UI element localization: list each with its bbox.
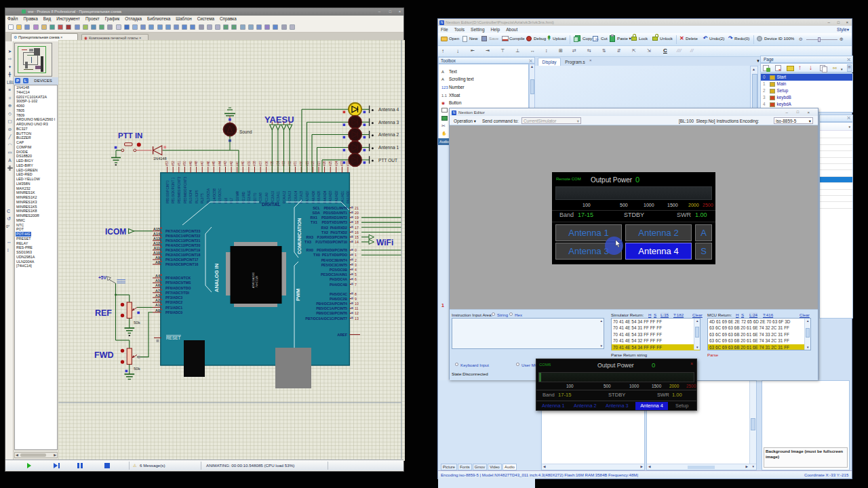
svg-text:WiFi: WiFi: [376, 238, 393, 247]
svg-text:PE0/RXD0/PCINT8: PE0/RXD0/PCINT8: [317, 248, 347, 252]
svg-text:15: 15: [355, 235, 359, 239]
svg-text:21: 21: [355, 205, 359, 209]
svg-text:PD3/TXD1/INT3: PD3/TXD1/INT3: [322, 220, 348, 224]
svg-text:Antenna 4: Antenna 4: [378, 106, 399, 111]
svg-text:#36: #36: [265, 160, 269, 165]
svg-text:5: 5: [355, 272, 357, 277]
svg-text:PG2/ALE: PG2/ALE: [248, 190, 251, 203]
svg-text:4: 4: [355, 268, 357, 272]
svg-text:REF: REF: [95, 308, 112, 318]
svg-text:A4: A4: [155, 273, 160, 277]
svg-text:PK4/ADC12/PCINT20: PK4/ADC12/PCINT20: [165, 243, 200, 247]
svg-text:PB2/MOSI/PCINT2: PB2/MOSI/PCINT2: [178, 176, 181, 203]
svg-text:6: 6: [355, 277, 357, 281]
svg-text:PH4/OC4B: PH4/OC4B: [330, 282, 347, 286]
svg-text:#47: #47: [201, 160, 204, 165]
svg-text:A15: A15: [153, 226, 160, 230]
svg-text:A14: A14: [153, 231, 160, 235]
svg-text:PL7: PL7: [230, 197, 233, 203]
svg-text:PF7/ADC7/TDI: PF7/ADC7/TDI: [165, 290, 189, 294]
svg-text:RX2: RX2: [321, 225, 329, 229]
svg-text:PC6/A14: PC6/A14: [294, 190, 298, 203]
svg-text:SDA: SDA: [313, 210, 320, 214]
svg-text:A1: A1: [155, 303, 160, 307]
svg-text:PF0/ADC0: PF0/ADC0: [165, 310, 182, 314]
svg-text:Antenna 1: Antenna 1: [378, 145, 399, 150]
svg-text:#37: #37: [259, 160, 262, 165]
svg-text:PJ0/RXD3/PCINT9: PJ0/RXD3/PCINT9: [317, 235, 348, 239]
svg-text:PB6/OC1B/PCINT6: PB6/OC1B/PCINT6: [316, 311, 347, 315]
svg-text:PL5/OC5C: PL5/OC5C: [218, 188, 222, 203]
svg-text:PF5/ADC5/TMS: PF5/ADC5/TMS: [165, 281, 191, 285]
svg-text:PH3/OC4A: PH3/OC4A: [330, 277, 347, 281]
svg-text:PH6/OC2B: PH6/OC2B: [330, 296, 347, 300]
svg-text:#26: #26: [323, 160, 326, 165]
svg-text:74HC11Z6: 74HC11Z6: [256, 275, 258, 287]
svg-text:PH5/OC4C: PH5/OC4C: [330, 291, 347, 296]
svg-text:PE3/OC3A/AIN1: PE3/OC3A/AIN1: [321, 272, 347, 277]
svg-text:PK3/ADC11/PCINT19: PK3/ADC11/PCINT19: [165, 248, 200, 252]
svg-text:PF2/ADC2: PF2/ADC2: [165, 300, 182, 304]
svg-text:PE4/OC3B/INT4: PE4/OC3B/INT4: [321, 258, 347, 262]
svg-text:#40: #40: [241, 160, 245, 165]
svg-text:FWD: FWD: [94, 350, 113, 360]
svg-text:PF3/ADC3: PF3/ADC3: [165, 296, 182, 300]
svg-text:AREF: AREF: [337, 333, 347, 337]
svg-text:PB5/OC1A/PCINT5: PB5/OC1A/PCINT5: [316, 306, 347, 310]
svg-text:A0: A0: [155, 308, 160, 312]
svg-text:PD2/RXD1/INT2: PD2/RXD1/INT2: [321, 216, 347, 220]
svg-text:PWM: PWM: [295, 288, 301, 300]
svg-text:20: 20: [355, 210, 359, 214]
svg-text:PB4/OC2A/PCINT4: PB4/OC2A/PCINT4: [316, 302, 347, 306]
svg-text:1: 1: [355, 253, 357, 257]
svg-text:#39: #39: [248, 160, 251, 165]
svg-text:COMUNICATION: COMUNICATION: [297, 218, 302, 253]
svg-text:#49: #49: [189, 160, 193, 165]
svg-text:PA0/AD0: PA0/AD0: [347, 190, 350, 203]
svg-text:PB3/MISO/PCINT3: PB3/MISO/PCINT3: [184, 176, 187, 203]
svg-text:A7: A7: [155, 288, 160, 292]
svg-text:PJ1/TXD3/PCINT10: PJ1/TXD3/PCINT10: [315, 240, 347, 244]
svg-text:+5V: +5V: [98, 275, 107, 280]
svg-text:#24: #24: [335, 160, 338, 165]
svg-text:PA7/AD7: PA7/AD7: [306, 190, 309, 203]
svg-text:12: 12: [355, 311, 359, 315]
svg-text:0: 0: [355, 248, 357, 252]
svg-text:A13: A13: [153, 236, 160, 240]
svg-text:Antenna 3: Antenna 3: [378, 119, 399, 124]
svg-text:A11: A11: [153, 245, 160, 249]
svg-text:PE5/OC3C/INT5: PE5/OC3C/INT5: [321, 262, 347, 266]
svg-text:17: 17: [355, 225, 359, 229]
svg-text:PH0/RXD2: PH0/RXD2: [330, 225, 347, 229]
svg-text:DIGITAL: DIGITAL: [262, 202, 281, 207]
svg-text:PK2/ADC10/PCINT18: PK2/ADC10/PCINT18: [165, 253, 200, 257]
svg-text:#53: #53: [165, 160, 169, 165]
svg-text:A10: A10: [153, 250, 160, 254]
svg-text:11: 11: [355, 306, 358, 310]
svg-text:PC4/A12: PC4/A12: [283, 190, 286, 203]
svg-text:A2: A2: [155, 298, 160, 302]
svg-text:#25: #25: [329, 160, 332, 165]
svg-text:Antenna 2: Antenna 2: [378, 132, 399, 137]
svg-text:PD1/SDA/INT1: PD1/SDA/INT1: [323, 210, 347, 214]
svg-text:SCL: SCL: [313, 205, 320, 209]
svg-text:16: 16: [355, 230, 359, 234]
svg-text:#42: #42: [230, 160, 233, 165]
svg-text:#38: #38: [253, 160, 256, 165]
svg-text:PK6/ADC14/PCINT22: PK6/ADC14/PCINT22: [165, 234, 200, 238]
svg-text:1N4148: 1N4148: [153, 156, 167, 160]
svg-text:PC5/A13: PC5/A13: [288, 190, 292, 203]
svg-text:PL0/ICP4: PL0/ICP4: [189, 189, 193, 203]
svg-text:14: 14: [355, 240, 359, 244]
svg-text:10: 10: [355, 302, 359, 306]
svg-text:#46: #46: [207, 160, 210, 165]
svg-text:#43: #43: [224, 160, 227, 165]
svg-text:PG1/RD: PG1/RD: [242, 191, 245, 203]
svg-text:PK7/ADC15/PCINT23: PK7/ADC15/PCINT23: [165, 229, 200, 233]
svg-text:#44: #44: [218, 160, 222, 165]
svg-text:#45: #45: [212, 160, 216, 165]
svg-text:#27: #27: [317, 160, 321, 165]
svg-text:PA2/AD2: PA2/AD2: [335, 190, 338, 203]
svg-text:PD0/SCL/INT0: PD0/SCL/INT0: [323, 205, 347, 209]
svg-text:19: 19: [355, 216, 359, 220]
